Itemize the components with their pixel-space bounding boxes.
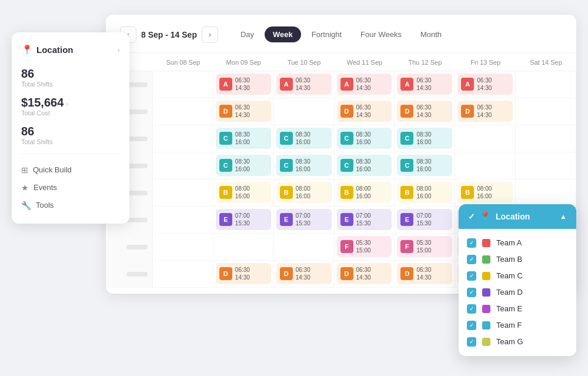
cell-tue-7 <box>274 234 335 261</box>
location-icon: 📍 <box>21 44 33 55</box>
cell-fri-5[interactable]: B08:0016:00 <box>455 179 516 207</box>
cell-tue-1[interactable]: A06:3014:30 <box>274 71 335 98</box>
team-a-checkbox[interactable]: ✓ <box>467 238 476 248</box>
cell-thu-2[interactable]: D06:3014:30 <box>395 98 455 125</box>
cell-tue-8[interactable]: D06:3014:30 <box>274 261 335 288</box>
menu-events-label: Events <box>34 183 57 192</box>
cell-sun-4 <box>153 152 213 179</box>
team-g-dot <box>482 338 490 346</box>
tab-day[interactable]: Day <box>232 26 262 42</box>
cell-thu-3[interactable]: C08:3016:00 <box>395 125 455 152</box>
team-e-dot <box>482 305 490 313</box>
stat-label-shifts-2: Total Shifts <box>21 138 120 145</box>
cell-sun-2 <box>153 98 213 125</box>
cell-sat-4 <box>516 152 576 179</box>
cell-mon-5[interactable]: B08:0016:00 <box>213 179 274 207</box>
cell-tue-3[interactable]: C08:3016:00 <box>274 125 335 152</box>
events-icon: ★ <box>21 183 29 192</box>
cell-thu-7[interactable]: F05:3015:00 <box>395 234 455 261</box>
cell-wed-3[interactable]: C08:3016:00 <box>335 125 395 152</box>
tab-fortnight[interactable]: Fortnight <box>303 26 350 42</box>
cell-wed-6[interactable]: E07:0015:30 <box>335 207 395 234</box>
cell-sun-7 <box>153 234 213 261</box>
cell-tue-4[interactable]: C08:3016:00 <box>274 152 335 179</box>
cell-mon-3[interactable]: C08:3016:00 <box>213 125 274 152</box>
cell-wed-4[interactable]: C08:3016:00 <box>335 152 395 179</box>
dropdown-card: ✓ 📍 Location ▲ ✓ Team A ✓ Team B ✓ Team … <box>459 204 576 356</box>
dropdown-location-icon: 📍 <box>480 211 491 222</box>
dropdown-check-icon: ✓ <box>468 212 475 221</box>
day-header-sat: Sat 14 Sep <box>516 53 576 71</box>
day-header-wed: Wed 11 Sep <box>335 53 395 71</box>
cell-thu-5[interactable]: B08:0016:00 <box>395 179 455 207</box>
team-row-g[interactable]: ✓ Team G <box>467 334 568 350</box>
cell-wed-2[interactable]: D06:3014:30 <box>335 98 395 125</box>
cell-wed-5[interactable]: B08:0016:00 <box>335 179 395 207</box>
cell-wed-8[interactable]: D06:3014:30 <box>335 261 395 288</box>
cell-fri-2[interactable]: D06:3014:30 <box>455 98 516 125</box>
dropdown-header[interactable]: ✓ 📍 Location ▲ <box>459 204 576 229</box>
cell-mon-6[interactable]: E07:0015:30 <box>213 207 274 234</box>
cell-mon-2[interactable]: D06:3014:30 <box>213 98 274 125</box>
cell-thu-6[interactable]: E07:0015:30 <box>395 207 455 234</box>
team-row-a[interactable]: ✓ Team A <box>467 235 568 251</box>
team-g-checkbox[interactable]: ✓ <box>467 337 476 347</box>
next-week-button[interactable]: › <box>202 26 218 43</box>
cell-mon-8[interactable]: D06:3014:30 <box>213 261 274 288</box>
team-f-dot <box>482 321 490 330</box>
day-header-thu: Thu 12 Sep <box>395 53 455 71</box>
cell-sat-5 <box>516 179 576 207</box>
row-label-8 <box>106 261 153 288</box>
team-a-dot <box>482 239 490 247</box>
tab-four-weeks[interactable]: Four Weeks <box>352 26 410 42</box>
menu-quick-build[interactable]: ⊞ Quick Build <box>21 161 120 179</box>
dropdown-location-label: Location <box>496 212 530 221</box>
team-g-label: Team G <box>496 337 523 346</box>
sidebar-location[interactable]: 📍 Location › <box>21 44 120 55</box>
sidebar-divider <box>21 154 120 154</box>
day-header-tue: Tue 10 Sep <box>274 53 335 71</box>
team-c-checkbox[interactable]: ✓ <box>467 271 476 281</box>
sidebar-stat-cost[interactable]: $15,664 Total Cost › <box>21 96 120 117</box>
menu-events[interactable]: ★ Events <box>21 179 120 197</box>
tools-icon: 🔧 <box>21 201 31 210</box>
team-f-checkbox[interactable]: ✓ <box>467 321 476 330</box>
menu-quick-build-label: Quick Build <box>33 165 72 174</box>
cell-sun-1 <box>153 71 213 98</box>
cell-wed-7[interactable]: F05:3015:00 <box>335 234 395 261</box>
team-row-c[interactable]: ✓ Team C <box>467 268 568 284</box>
day-header-fri: Fri 13 Sep <box>455 53 516 71</box>
nav-bar: ‹ 8 Sep - 14 Sep › Day Week Fortnight Fo… <box>106 26 576 53</box>
team-f-label: Team F <box>496 321 522 330</box>
cell-tue-6[interactable]: E07:0015:30 <box>274 207 335 234</box>
team-row-f[interactable]: ✓ Team F <box>467 317 568 334</box>
cell-fri-3 <box>455 125 516 152</box>
team-e-checkbox[interactable]: ✓ <box>467 304 476 314</box>
stat-label-shifts-1: Total Shifts <box>21 81 120 88</box>
team-b-checkbox[interactable]: ✓ <box>467 255 476 264</box>
cell-thu-4[interactable]: C08:3016:00 <box>395 152 455 179</box>
cell-tue-2 <box>274 98 335 125</box>
menu-tools[interactable]: 🔧 Tools <box>21 197 120 214</box>
cell-sun-8 <box>153 261 213 288</box>
cell-tue-5[interactable]: B08:0016:00 <box>274 179 335 207</box>
stat-value-shifts-1: 86 <box>21 67 120 81</box>
cell-fri-1[interactable]: A06:3014:30 <box>455 71 516 98</box>
team-row-e[interactable]: ✓ Team E <box>467 301 568 317</box>
team-b-label: Team B <box>496 255 522 264</box>
cell-mon-4[interactable]: C08:3016:00 <box>213 152 274 179</box>
cell-thu-1[interactable]: A06:3014:30 <box>395 71 455 98</box>
day-header-mon: Mon 09 Sep <box>213 53 274 71</box>
sidebar-stat-shifts-1: 86 Total Shifts <box>21 67 120 88</box>
team-row-b[interactable]: ✓ Team B <box>467 251 568 268</box>
cell-wed-1[interactable]: A06:3014:30 <box>335 71 395 98</box>
cell-fri-4 <box>455 152 516 179</box>
team-row-d[interactable]: ✓ Team D <box>467 284 568 301</box>
cell-mon-1[interactable]: A06:3014:30 <box>213 71 274 98</box>
cell-thu-8[interactable]: D06:3014:30 <box>395 261 455 288</box>
team-d-checkbox[interactable]: ✓ <box>467 288 476 297</box>
tab-week[interactable]: Week <box>265 26 301 42</box>
tab-month[interactable]: Month <box>412 26 450 42</box>
date-range-label: 8 Sep - 14 Sep <box>141 30 197 39</box>
chevron-right-icon: › <box>118 45 120 54</box>
